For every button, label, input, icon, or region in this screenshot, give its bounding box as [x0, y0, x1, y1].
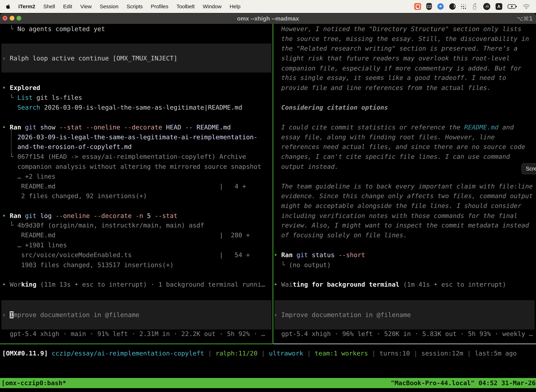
text-segment: |: [303, 350, 315, 357]
text-segment: last:5m ago: [475, 350, 517, 357]
tooltip-text: Scre: [526, 166, 536, 172]
tmux-status-bar: [omx-cczip0:bash* "MacBook-Pro-44.local"…: [0, 378, 536, 388]
pane-divider[interactable]: [273, 24, 273, 344]
tmux-host-clock: "MacBook-Pro-44.local" 04:52 31-Mar-26: [391, 378, 536, 388]
text-segment: |: [258, 350, 269, 357]
text-segment: |: [368, 350, 379, 357]
tree-guide-line: [11, 128, 11, 152]
text-segment: |: [410, 350, 421, 357]
text-segment: [48, 350, 52, 357]
text-segment: |: [463, 350, 475, 357]
screen-tooltip: Scre: [522, 163, 536, 174]
text-segment: team:1 workers: [315, 350, 368, 357]
omx-session-status: [OMX#0.11.9] cczip/essay/ai-reimplementa…: [2, 348, 517, 358]
text-segment: turns:10: [379, 350, 410, 357]
terminal-content: └ No agents completed yet› Ralph loop ac…: [0, 0, 536, 392]
text-segment: cczip/essay/ai-reimplementation-copyleft: [52, 350, 204, 357]
omx-status-line: [OMX#0.11.9] cczip/essay/ai-reimplementa…: [2, 0, 535, 392]
pane-border-bottom-left: [0, 344, 273, 344]
text-segment: ultrawork: [269, 350, 303, 357]
text-segment: ralph:11/20: [215, 350, 258, 357]
text-segment: |: [204, 350, 215, 357]
text-segment: [OMX#0.11.9]: [2, 350, 48, 357]
screen: omx --xhigh --madmax ⌥⌘1 └ No agents com…: [0, 0, 536, 392]
text-segment: session:12m: [421, 350, 463, 357]
tmux-session-label: [omx-cczip0:bash*: [0, 378, 66, 388]
pane-border-bottom-right: [273, 344, 536, 344]
